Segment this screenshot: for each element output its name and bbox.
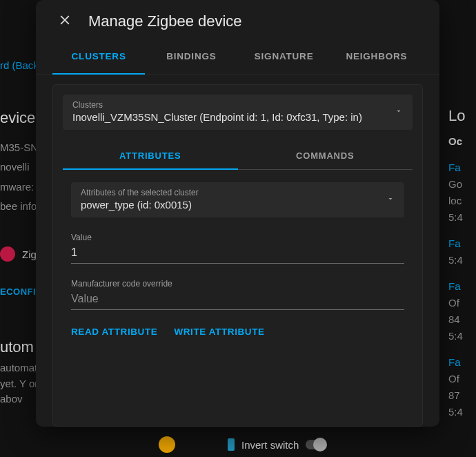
read-attribute-button[interactable]: READ ATTRIBUTE (71, 327, 157, 337)
bg-log-entry: 5:4 (448, 328, 476, 344)
cluster-subtabs: ATTRIBUTES COMMANDS (63, 142, 413, 170)
bg-log-entry: 5:4 (448, 209, 476, 226)
invert-switch-toggle[interactable] (306, 440, 326, 449)
cluster-select[interactable]: Clusters Inovelli_VZM35SN_Cluster (Endpo… (63, 95, 413, 130)
zigbee-dot-icon (0, 246, 15, 262)
back-breadcrumb-link[interactable]: rd (Back (0, 59, 39, 71)
bg-log-entry: Go (448, 176, 476, 193)
bg-log-entry: Fa (448, 159, 476, 176)
subtab-attributes[interactable]: ATTRIBUTES (63, 142, 238, 169)
device-icon (228, 438, 235, 451)
manage-zigbee-device-dialog: Manage Zigbee device CLUSTERS BINDINGS S… (36, 0, 439, 427)
chevron-down-icon (395, 106, 403, 118)
bg-log-entry: 84 (448, 311, 476, 328)
bg-log-entry: Fa (448, 235, 476, 252)
cluster-card: Clusters Inovelli_VZM35SN_Cluster (Endpo… (52, 84, 423, 427)
attribute-select-value: power_type (id: 0x0015) (81, 199, 199, 211)
dialog-title: Manage Zigbee device (88, 12, 242, 30)
bg-indicator-dot (159, 436, 175, 453)
bg-log-entry: loc (448, 193, 476, 209)
dialog-tabs: CLUSTERS BINDINGS SIGNATURE NEIGHBORS (36, 39, 439, 75)
bg-log-entry: Of (448, 371, 476, 387)
bg-logbook-heading: Lo (448, 104, 476, 128)
value-input[interactable] (71, 244, 404, 264)
bg-log-entry: Fa (448, 354, 476, 371)
value-field-label: Value (71, 233, 404, 242)
bg-date-fragment: Oc (448, 133, 476, 150)
close-icon (58, 13, 72, 30)
bg-log-entry: 5:4 (448, 404, 476, 420)
bg-log-entry: 5:4 (448, 252, 476, 269)
tab-clusters[interactable]: CLUSTERS (52, 39, 145, 74)
subtab-commands[interactable]: COMMANDS (238, 142, 413, 169)
attribute-select-label: Attributes of the selected cluster (81, 188, 199, 197)
cluster-select-value: Inovelli_VZM35SN_Cluster (Endpoint id: 1… (72, 111, 362, 123)
tab-signature[interactable]: SIGNATURE (238, 39, 330, 74)
mfr-override-label: Manufacturer code override (71, 279, 404, 289)
write-attribute-button[interactable]: WRITE ATTRIBUTE (174, 327, 264, 337)
tab-bindings[interactable]: BINDINGS (145, 39, 237, 74)
attribute-select[interactable]: Attributes of the selected cluster power… (71, 182, 404, 217)
tab-neighbors[interactable]: NEIGHBORS (330, 39, 423, 74)
chevron-down-icon (386, 193, 395, 206)
bg-log-entry: Fa (448, 278, 476, 295)
close-button[interactable] (57, 13, 73, 30)
invert-switch-label: Invert switch (241, 439, 299, 451)
mfr-override-input[interactable] (71, 290, 404, 310)
bg-log-entry: Of (448, 295, 476, 311)
cluster-select-label: Clusters (72, 100, 362, 110)
bg-log-entry: 87 (448, 387, 476, 404)
